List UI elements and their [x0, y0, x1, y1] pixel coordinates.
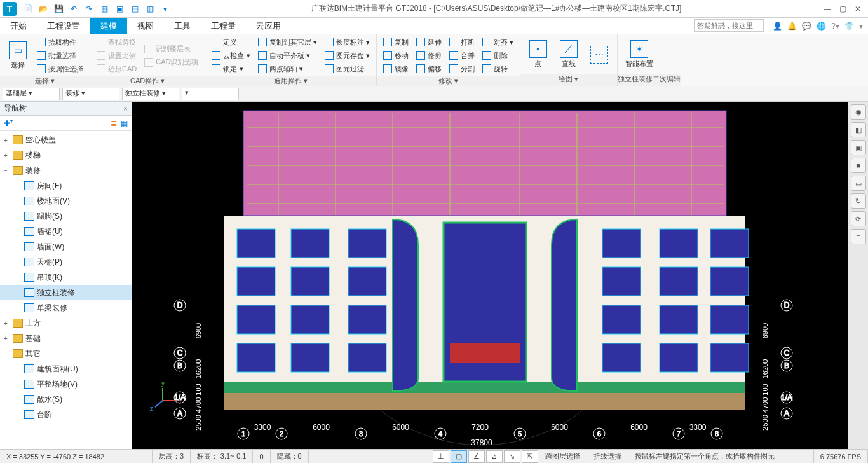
break[interactable]: 打断: [447, 36, 477, 48]
tree-item[interactable]: +楼梯: [0, 148, 132, 163]
point-button[interactable]: •点: [524, 38, 552, 71]
shirt-icon[interactable]: 👕: [844, 22, 854, 31]
status-polyline[interactable]: 折线选择: [587, 450, 628, 463]
extend[interactable]: 延伸: [414, 36, 444, 48]
qat-redo-icon[interactable]: ↷: [83, 3, 95, 15]
menu-tools[interactable]: 工具: [164, 18, 201, 34]
mirror[interactable]: 镜像: [381, 62, 411, 75]
two-point-aux-axis[interactable]: 两点辅轴 ▾: [255, 62, 320, 75]
menu-quantities[interactable]: 工程量: [201, 18, 246, 34]
auto-align-slab[interactable]: 自动平齐板 ▾: [255, 49, 320, 62]
tree-item[interactable]: 建筑面积(U): [0, 361, 132, 377]
bell-icon[interactable]: 🔔: [787, 22, 797, 31]
view-list-icon[interactable]: ≡: [851, 229, 866, 244]
tree-item[interactable]: 踢脚(S): [0, 209, 132, 224]
tree-item[interactable]: 单梁装修: [0, 300, 132, 315]
qat-tool1-icon[interactable]: ▦: [98, 3, 111, 15]
grid-view-icon[interactable]: ▦: [121, 119, 128, 128]
split[interactable]: 分割: [447, 62, 477, 75]
view-front-icon[interactable]: ▭: [851, 176, 866, 191]
trim[interactable]: 修剪: [414, 49, 444, 62]
rotate[interactable]: 旋转: [480, 62, 516, 75]
help-icon[interactable]: ?▾: [831, 22, 839, 31]
close-button[interactable]: ✕: [850, 3, 865, 15]
sbtn-2[interactable]: ▢: [451, 450, 467, 463]
copy-to-floor[interactable]: 复制到其它层 ▾: [255, 36, 320, 48]
move[interactable]: 移动: [381, 49, 411, 62]
component-select[interactable]: ▾: [182, 88, 239, 100]
tree-item[interactable]: 散水(S): [0, 392, 132, 407]
tree-item[interactable]: 平整场地(V): [0, 377, 132, 392]
user-icon[interactable]: 👤: [773, 22, 782, 31]
minimize-button[interactable]: —: [820, 3, 835, 15]
navigation-tree[interactable]: +空心楼盖+楼梯−装修房间(F)楼地面(V)踢脚(S)墙裙(U)墙面(W)天棚(…: [0, 131, 132, 449]
sbtn-6[interactable]: ⇱: [522, 450, 538, 463]
tree-item[interactable]: 独立柱装修: [0, 285, 132, 300]
category-select[interactable]: 装修 ▾: [62, 88, 119, 100]
menu-start[interactable]: 开始: [0, 18, 37, 34]
tree-item[interactable]: −装修: [0, 163, 132, 178]
length-dimension[interactable]: 长度标注 ▾: [322, 36, 372, 48]
smart-layout-button[interactable]: ✶智能布置: [621, 38, 657, 71]
tree-item[interactable]: 房间(F): [0, 178, 132, 193]
sbtn-4[interactable]: ⊿: [486, 450, 503, 463]
menu-cloud[interactable]: 云应用: [246, 18, 291, 34]
menu-modeling[interactable]: 建模: [90, 18, 127, 34]
batch-select[interactable]: 批量选择: [34, 49, 86, 62]
tree-item[interactable]: +基础: [0, 331, 132, 346]
chat-icon[interactable]: 💬: [802, 22, 811, 31]
add-icon[interactable]: ✚▾: [4, 118, 13, 128]
view-cube-icon[interactable]: ◧: [851, 122, 866, 137]
view-refresh-icon[interactable]: ⟳: [851, 211, 866, 226]
qat-tool3-icon[interactable]: ▤: [128, 3, 141, 15]
tree-item[interactable]: 墙面(W): [0, 239, 132, 254]
maximize-button[interactable]: ▢: [835, 3, 850, 15]
sbtn-3[interactable]: ∠: [468, 450, 485, 463]
offset[interactable]: 偏移: [414, 62, 444, 75]
qat-new-icon[interactable]: 📄: [22, 3, 34, 15]
qat-tool4-icon[interactable]: ▥: [144, 3, 156, 15]
qat-tool2-icon[interactable]: ▣: [113, 3, 126, 15]
qat-undo-icon[interactable]: ↶: [67, 3, 80, 15]
copy[interactable]: 复制: [381, 36, 411, 48]
status-cross-layer[interactable]: 跨图层选择: [539, 450, 587, 463]
qat-open-icon[interactable]: 📂: [37, 3, 50, 15]
type-select[interactable]: 独立柱装修 ▾: [122, 88, 179, 100]
merge[interactable]: 合并: [447, 49, 477, 62]
tree-item[interactable]: 墙裙(U): [0, 224, 132, 239]
down-icon[interactable]: ▾: [859, 22, 863, 31]
tree-item[interactable]: 台阶: [0, 407, 132, 422]
line-button[interactable]: ／直线: [555, 38, 583, 71]
define[interactable]: 定义: [209, 36, 252, 48]
draw-more-icon[interactable]: ⋯: [585, 43, 613, 66]
tree-item[interactable]: +空心楼盖: [0, 132, 132, 148]
sidebar-close-icon[interactable]: ×: [123, 104, 128, 113]
sbtn-5[interactable]: ↘: [504, 450, 520, 463]
model-viewport[interactable]: DDCCBB1/A1/AAA 6900690016200162002500 47…: [132, 102, 848, 449]
tree-item[interactable]: +土方: [0, 315, 132, 331]
lock[interactable]: 锁定 ▾: [209, 62, 252, 75]
view-solid-icon[interactable]: ■: [851, 158, 866, 173]
element-save[interactable]: 图元存盘 ▾: [322, 49, 372, 62]
help-search-input[interactable]: [694, 19, 764, 32]
element-filter[interactable]: 图元过滤: [322, 62, 372, 75]
floor-select[interactable]: 基础层 ▾: [3, 88, 60, 100]
menu-view[interactable]: 视图: [127, 18, 164, 34]
select-by-property[interactable]: 按属性选择: [34, 62, 86, 75]
globe-icon[interactable]: 🌐: [817, 22, 826, 31]
tree-item[interactable]: 吊顶(K): [0, 270, 132, 285]
select-button[interactable]: ▭选择: [4, 39, 32, 73]
sbtn-1[interactable]: ⊥: [433, 450, 449, 463]
qat-dropdown-icon[interactable]: ▾: [159, 3, 172, 15]
qat-save-icon[interactable]: 💾: [52, 3, 65, 15]
tree-item[interactable]: 楼地面(V): [0, 193, 132, 209]
menu-project-settings[interactable]: 工程设置: [37, 18, 90, 34]
tree-item[interactable]: 天棚(P): [0, 254, 132, 270]
delete[interactable]: 删除: [480, 49, 516, 62]
view-rotate-icon[interactable]: ↻: [851, 193, 866, 209]
view-wire-icon[interactable]: ▣: [851, 140, 866, 155]
cloud-check[interactable]: 云检查 ▾: [209, 49, 252, 62]
tree-item[interactable]: −其它: [0, 346, 132, 361]
align[interactable]: 对齐 ▾: [480, 36, 516, 48]
view-sphere-icon[interactable]: ◉: [851, 104, 866, 120]
